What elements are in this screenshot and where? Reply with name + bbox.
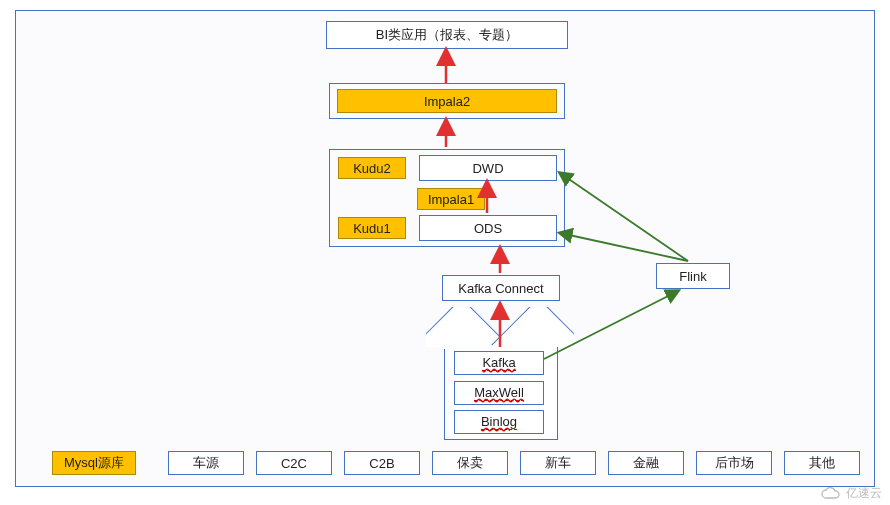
- kafka-box: Kafka: [454, 351, 544, 375]
- bi-app-label: BI类应用（报表、专题）: [376, 26, 518, 44]
- watermark: 亿速云: [820, 485, 882, 502]
- svg-line-7: [560, 173, 688, 261]
- source-label-6: 后市场: [715, 454, 754, 472]
- source-box-5: 金融: [608, 451, 684, 475]
- ods-label: ODS: [474, 221, 502, 236]
- maxwell-box: MaxWell: [454, 381, 544, 405]
- impala1-label: Impala1: [428, 192, 474, 207]
- source-label-2: C2B: [369, 456, 394, 471]
- source-box-7: 其他: [784, 451, 860, 475]
- maxwell-label: MaxWell: [474, 385, 524, 401]
- kudu1-box: Kudu1: [338, 217, 406, 239]
- source-box-0: 车源: [168, 451, 244, 475]
- kafka-connect-label: Kafka Connect: [458, 281, 543, 296]
- ods-box: ODS: [419, 215, 557, 241]
- source-label-0: 车源: [193, 454, 219, 472]
- diagram-frame: BI类应用（报表、专题） Impala2 Kudu2 DWD Impala1 K…: [15, 10, 875, 487]
- source-box-6: 后市场: [696, 451, 772, 475]
- binlog-label: Binlog: [481, 414, 517, 430]
- flink-box: Flink: [656, 263, 730, 289]
- source-label-5: 金融: [633, 454, 659, 472]
- kudu2-label: Kudu2: [353, 161, 391, 176]
- impala1-box: Impala1: [417, 188, 485, 210]
- source-label-4: 新车: [545, 454, 571, 472]
- source-box-1: C2C: [256, 451, 332, 475]
- flink-label: Flink: [679, 269, 706, 284]
- mysql-source-box: Mysql源库: [52, 451, 136, 475]
- source-box-3: 保卖: [432, 451, 508, 475]
- impala2-box: Impala2: [337, 89, 557, 113]
- source-label-1: C2C: [281, 456, 307, 471]
- bi-app-box: BI类应用（报表、专题）: [326, 21, 568, 49]
- kafka-label: Kafka: [482, 355, 515, 371]
- svg-line-6: [560, 233, 688, 261]
- kafka-connect-box: Kafka Connect: [442, 275, 560, 301]
- source-box-4: 新车: [520, 451, 596, 475]
- dwd-label: DWD: [472, 161, 503, 176]
- watermark-label: 亿速云: [846, 485, 882, 502]
- source-box-2: C2B: [344, 451, 420, 475]
- mysql-source-label: Mysql源库: [64, 454, 124, 472]
- source-label-7: 其他: [809, 454, 835, 472]
- binlog-box: Binlog: [454, 410, 544, 434]
- source-label-3: 保卖: [457, 454, 483, 472]
- dwd-box: DWD: [419, 155, 557, 181]
- impala2-label: Impala2: [424, 94, 470, 109]
- kudu1-label: Kudu1: [353, 221, 391, 236]
- kudu2-box: Kudu2: [338, 157, 406, 179]
- cloud-icon: [820, 487, 842, 501]
